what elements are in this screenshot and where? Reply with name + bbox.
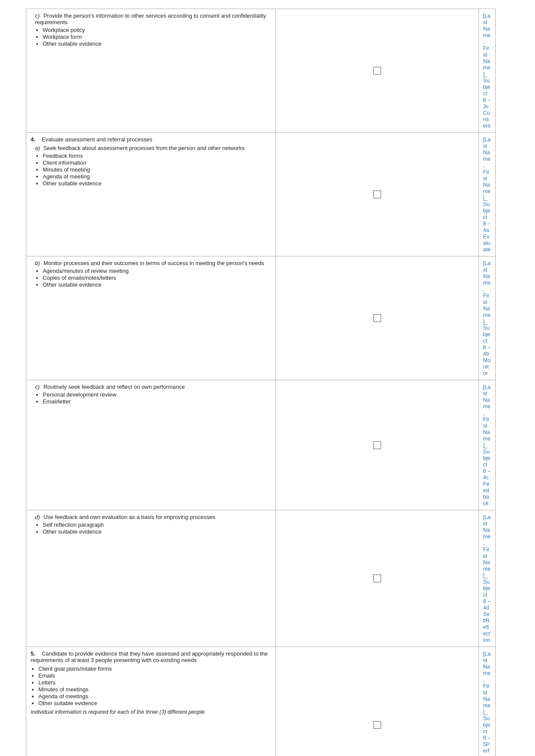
list-item: Agenda of meetings	[38, 693, 271, 700]
page: c) Provide the person's information to o…	[0, 0, 535, 756]
document-link: [Last Name, First Name]_Subject 8 – 4bMo…	[483, 260, 491, 376]
description-cell: 4. Evaluate assessment and referral proc…	[26, 133, 276, 256]
table-row: 5. Candidate to provide evidence that th…	[26, 647, 509, 756]
description-cell: c) Routinely seek feedback and reflect o…	[26, 380, 276, 510]
row-description: Monitor processes and their outcomes in …	[44, 260, 264, 266]
list-item: Emails	[38, 672, 271, 679]
sub-label: a)	[35, 145, 42, 151]
list-item: Workplace policy	[43, 27, 271, 33]
link-cell: [Last Name, First Name]_Subject 8 – 4bMo…	[479, 256, 495, 380]
link-cell: [Last Name, First Name]_Subject 8 – 4dSe…	[479, 510, 495, 647]
checkbox-cell[interactable]	[275, 510, 479, 647]
list-item: Agenda of meeting	[43, 173, 271, 180]
checkbox[interactable]	[373, 67, 381, 75]
link-cell: [Last Name, First Name]_Subject 8 – 3cCo…	[479, 9, 495, 133]
bullet-list: Agenda/minutes of review meeting Copies …	[43, 268, 271, 288]
checkbox[interactable]	[373, 721, 381, 729]
row-description: Use feedback and own evaluation as a bas…	[44, 514, 216, 520]
table-row: b) Monitor processes and their outcomes …	[26, 256, 509, 380]
checkbox-cell[interactable]	[275, 133, 479, 256]
document-link: [Last Name, First Name]_Subject 8 – 5Per…	[483, 651, 491, 756]
sub-label: c)	[35, 384, 42, 390]
list-item: Client information	[43, 159, 271, 166]
checkbox[interactable]	[373, 575, 381, 582]
row-note: Individual information is required for e…	[31, 709, 271, 715]
document-link: [Last Name, First Name]_Subject 8 – 3cCo…	[483, 13, 491, 129]
checkbox-cell[interactable]	[275, 9, 479, 133]
checkbox[interactable]	[373, 441, 381, 449]
description-cell: c) Provide the person's information to o…	[26, 9, 276, 133]
table-row: 4. Evaluate assessment and referral proc…	[26, 133, 509, 256]
checkbox-cell[interactable]	[275, 380, 479, 510]
bullet-list: Client goal plans/intake forms Emails Le…	[38, 665, 271, 706]
list-item: Self reflection paragraph	[43, 522, 271, 528]
sub-label: b)	[35, 260, 42, 266]
document-link: [Last Name, First Name]_Subject 8 – 4cFe…	[483, 384, 491, 506]
bullet-list: Personal development review Email/letter	[43, 391, 271, 405]
list-item: Other suitable evidence	[43, 528, 271, 535]
row-description: Seek feedback about assessment processes…	[44, 145, 245, 151]
row-description: Provide the person's information to othe…	[35, 12, 266, 25]
table-row: c) Provide the person's information to o…	[26, 9, 509, 133]
description-cell: 5. Candidate to provide evidence that th…	[26, 647, 276, 756]
table-row: c) Routinely seek feedback and reflect o…	[26, 380, 509, 510]
document-link: [Last Name, First Name]_Subject 8 – 4dSe…	[483, 514, 491, 643]
sub-label: c)	[35, 12, 42, 19]
row-number: 5.	[31, 650, 40, 657]
document-link: [Last Name, First Name]_Subject 8 – 4aEv…	[483, 137, 491, 253]
evidence-table: c) Provide the person's information to o…	[26, 9, 509, 756]
table-row: d) Use feedback and own evaluation as a …	[26, 510, 509, 647]
list-item: Copies of emails/notes/letters	[43, 275, 271, 281]
list-item: Feedback forms	[43, 153, 271, 159]
row-description: Routinely seek feedback and reflect on o…	[44, 384, 185, 390]
description-cell: b) Monitor processes and their outcomes …	[26, 256, 276, 380]
checkbox[interactable]	[373, 191, 381, 198]
list-item: Email/letter	[43, 398, 271, 405]
link-cell: [Last Name, First Name]_Subject 8 – 5Per…	[479, 647, 495, 756]
row-title: Evaluate assessment and referral process…	[42, 136, 153, 143]
row-number: 4.	[31, 136, 40, 143]
list-item: Other suitable evidence	[43, 281, 271, 288]
list-item: Workplace form	[43, 34, 271, 40]
list-item: Other suitable evidence	[43, 41, 271, 47]
bullet-list: Feedback forms Client information Minute…	[43, 153, 271, 187]
bullet-list: Workplace policy Workplace form Other su…	[43, 27, 271, 47]
description-cell: d) Use feedback and own evaluation as a …	[26, 510, 276, 647]
list-item: Client goal plans/intake forms	[38, 665, 271, 672]
bullet-list: Self reflection paragraph Other suitable…	[43, 522, 271, 535]
link-cell: [Last Name, First Name]_Subject 8 – 4cFe…	[479, 380, 495, 510]
checkbox-cell[interactable]	[275, 256, 479, 380]
list-item: Minutes of meetings	[38, 686, 271, 693]
checkbox-cell[interactable]	[275, 647, 479, 756]
link-cell: [Last Name, First Name]_Subject 8 – 4aEv…	[479, 133, 495, 256]
list-item: Personal development review	[43, 391, 271, 398]
list-item: Other suitable evidence	[38, 700, 271, 706]
checkbox[interactable]	[373, 314, 381, 322]
sub-label: d)	[35, 514, 42, 520]
list-item: Agenda/minutes of review meeting	[43, 268, 271, 274]
list-item: Minutes of meeting	[43, 166, 271, 173]
list-item: Letters	[38, 679, 271, 686]
list-item: Other suitable evidence	[43, 180, 271, 187]
row-description: Candidate to provide evidence that they …	[31, 650, 268, 663]
